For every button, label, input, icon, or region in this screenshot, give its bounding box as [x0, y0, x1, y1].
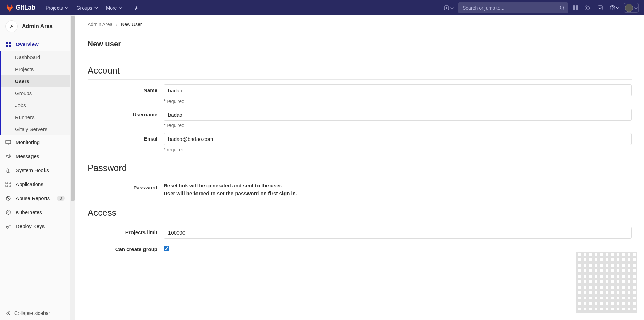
- chevron-down-icon: [94, 6, 98, 10]
- collapse-sidebar-button[interactable]: Collapse sidebar: [0, 306, 75, 320]
- sidebar-label: Kubernetes: [16, 209, 42, 215]
- field-projects-limit-label: Projects limit: [88, 227, 164, 239]
- abuse-icon: [5, 196, 11, 201]
- help-dropdown[interactable]: [608, 4, 621, 12]
- chevron-down-icon: [119, 6, 122, 10]
- search-icon: [560, 5, 565, 10]
- kubernetes-icon: [5, 210, 11, 215]
- svg-point-5: [586, 9, 587, 10]
- nav-groups-label: Groups: [77, 5, 92, 11]
- sidebar-overview[interactable]: Overview: [0, 37, 70, 51]
- todos-link[interactable]: [595, 4, 605, 12]
- svg-rect-17: [9, 182, 11, 184]
- username-input[interactable]: [164, 109, 632, 121]
- new-dropdown[interactable]: [442, 4, 456, 12]
- email-required-hint: * required: [164, 147, 632, 152]
- sidebar-item-kubernetes[interactable]: Kubernetes: [0, 205, 70, 219]
- sidebar-item-runners[interactable]: Runners: [1, 111, 70, 123]
- merge-requests-link[interactable]: [583, 4, 593, 12]
- name-input[interactable]: [164, 84, 632, 96]
- sidebar-item-messages[interactable]: Messages: [0, 149, 70, 163]
- plus-icon: [444, 5, 449, 10]
- sidebar-label: Monitoring: [16, 139, 40, 145]
- sidebar-label: System Hooks: [16, 167, 49, 173]
- sidebar-label: Messages: [16, 153, 39, 159]
- field-can-create-group-label: Can create group: [88, 243, 164, 252]
- sidebar-item-jobs[interactable]: Jobs: [1, 99, 70, 111]
- chevron-down-icon: [634, 6, 638, 10]
- sidebar-label: Abuse Reports: [16, 195, 50, 201]
- sidebar-item-deploy-keys[interactable]: Deploy Keys: [0, 219, 70, 233]
- svg-rect-13: [9, 45, 11, 47]
- page-title: New user: [88, 32, 632, 55]
- sidebar-item-dashboard[interactable]: Dashboard: [1, 51, 70, 63]
- sidebar-label: Applications: [16, 181, 43, 187]
- can-create-group-checkbox[interactable]: [164, 246, 169, 251]
- svg-rect-10: [9, 42, 11, 43]
- help-icon: [610, 5, 615, 11]
- brand-name: GitLab: [16, 4, 35, 11]
- merge-request-icon: [585, 5, 591, 11]
- svg-point-6: [589, 9, 590, 10]
- chevron-down-icon: [616, 6, 619, 10]
- password-info-line1: Reset link will be generated and sent to…: [164, 182, 632, 190]
- sidebar-item-users[interactable]: Users: [1, 75, 70, 87]
- breadcrumb-current: New User: [121, 22, 142, 27]
- username-required-hint: * required: [164, 123, 632, 128]
- email-input[interactable]: [164, 133, 632, 145]
- svg-rect-14: [6, 140, 11, 144]
- field-username-row: Username * required: [88, 104, 632, 128]
- svg-point-4: [586, 6, 587, 7]
- main-content: Admin Area › New User New user Account N…: [75, 15, 644, 320]
- collapse-label: Collapse sidebar: [14, 310, 50, 316]
- sidebar-overview-label: Overview: [16, 41, 39, 47]
- name-required-hint: * required: [164, 98, 632, 104]
- todo-icon: [597, 5, 603, 11]
- sidebar-item-applications[interactable]: Applications: [0, 177, 70, 191]
- apps-icon: [5, 182, 11, 187]
- password-info-line2: User will be forced to set the password …: [164, 190, 632, 198]
- wrench-icon: [134, 5, 139, 11]
- field-projects-limit-row: Projects limit: [88, 222, 632, 239]
- field-username-label: Username: [88, 109, 164, 128]
- svg-rect-18: [6, 185, 8, 187]
- svg-rect-2: [573, 6, 575, 10]
- overview-icon: [5, 42, 11, 47]
- avatar-icon: [625, 4, 633, 12]
- field-email-row: Email * required: [88, 128, 632, 152]
- field-can-create-group-row: Can create group: [88, 239, 632, 252]
- field-password-row: Password Reset link will be generated an…: [88, 177, 632, 197]
- sidebar-area-title: Admin Area: [22, 23, 52, 29]
- breadcrumb-root[interactable]: Admin Area: [88, 22, 112, 27]
- sidebar-overview-subnav: Dashboard Projects Users Groups Jobs Run…: [0, 51, 70, 135]
- sidebar-item-abuse-reports[interactable]: Abuse Reports 0: [0, 191, 70, 205]
- svg-rect-9: [6, 42, 8, 44]
- sidebar-scrollbar[interactable]: [70, 15, 75, 320]
- user-menu[interactable]: [624, 3, 639, 13]
- issues-link[interactable]: [571, 4, 580, 12]
- sidebar-header[interactable]: Admin Area: [0, 15, 70, 37]
- nav-groups[interactable]: Groups: [73, 3, 101, 13]
- nav-more[interactable]: More: [103, 3, 126, 13]
- breadcrumb: Admin Area › New User: [88, 22, 632, 32]
- section-account-title: Account: [88, 55, 632, 80]
- monitor-icon: [5, 139, 11, 145]
- svg-rect-16: [6, 182, 8, 184]
- sidebar-item-projects[interactable]: Projects: [1, 63, 70, 75]
- bullhorn-icon: [5, 154, 11, 159]
- search-input[interactable]: [458, 2, 568, 13]
- chevron-down-icon: [450, 6, 454, 10]
- scrollbar-thumb[interactable]: [71, 16, 75, 201]
- sidebar-item-monitoring[interactable]: Monitoring: [0, 135, 70, 149]
- sidebar-item-system-hooks[interactable]: System Hooks: [0, 163, 70, 177]
- gitlab-logo[interactable]: GitLab: [5, 4, 35, 12]
- nav-projects[interactable]: Projects: [42, 3, 72, 13]
- svg-marker-21: [6, 210, 10, 215]
- admin-wrench-link[interactable]: [130, 3, 143, 13]
- projects-limit-input[interactable]: [164, 227, 632, 239]
- svg-rect-3: [576, 6, 578, 10]
- sidebar-item-gitaly[interactable]: Gitaly Servers: [1, 123, 70, 135]
- sidebar-item-groups[interactable]: Groups: [1, 87, 70, 99]
- chevron-down-icon: [65, 6, 68, 10]
- field-name-row: Name * required: [88, 80, 632, 104]
